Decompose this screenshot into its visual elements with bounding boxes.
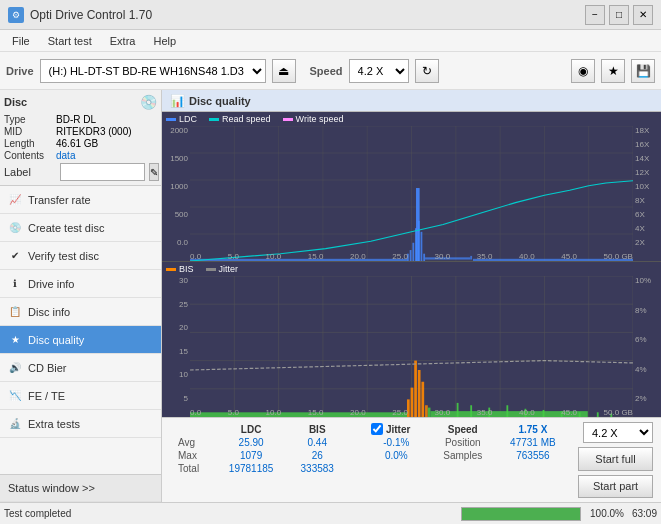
nav-fe-te[interactable]: 📉 FE / TE: [0, 382, 161, 410]
jitter-checkbox-label[interactable]: Jitter: [371, 423, 422, 435]
x-label-35: 35.0: [477, 252, 493, 261]
save-button[interactable]: 💾: [631, 59, 655, 83]
y-label-4x: 4X: [633, 224, 661, 233]
y-label-500: 500: [162, 210, 190, 219]
x-label-5: 5.0: [228, 252, 239, 261]
jitter-label: Jitter: [386, 424, 410, 435]
jitter-checkbox[interactable]: [371, 423, 383, 435]
max-label: Max: [170, 449, 215, 462]
nav-verify-test-disc[interactable]: ✔ Verify test disc: [0, 242, 161, 270]
position-label: Position: [430, 436, 496, 449]
chart-header: 📊 Disc quality: [162, 90, 661, 112]
nav-create-test-disc[interactable]: 💿 Create test disc: [0, 214, 161, 242]
total-bis: 333583: [288, 462, 347, 475]
y-label-12x: 12X: [633, 168, 661, 177]
charts-container: LDC Read speed Write speed: [162, 112, 661, 417]
y-label-20: 20: [162, 323, 190, 332]
eject-button[interactable]: ⏏: [272, 59, 296, 83]
disc-info-icon: 📋: [8, 305, 22, 319]
refresh-button[interactable]: ↻: [415, 59, 439, 83]
menu-file[interactable]: File: [4, 33, 38, 49]
speed-select-stats[interactable]: 4.2 X: [583, 422, 653, 443]
nav-transfer-rate-label: Transfer rate: [28, 194, 91, 206]
y-label-8pct: 8%: [633, 306, 661, 315]
toolbar: Drive (H:) HL-DT-ST BD-RE WH16NS48 1.D3 …: [0, 52, 661, 90]
sidebar: Disc 💿 Type BD-R DL MID RITEKDR3 (000) L…: [0, 90, 162, 502]
menu-help[interactable]: Help: [145, 33, 184, 49]
y-label-2000: 2000: [162, 126, 190, 135]
close-button[interactable]: ✕: [633, 5, 653, 25]
y-label-10x: 10X: [633, 182, 661, 191]
drive-select[interactable]: (H:) HL-DT-ST BD-RE WH16NS48 1.D3: [40, 59, 266, 83]
max-ldc: 1079: [215, 449, 288, 462]
y-label-4pct: 4%: [633, 365, 661, 374]
progress-bar: [462, 508, 580, 520]
total-row: Total 19781185 333583: [170, 462, 570, 475]
upper-legend: LDC Read speed Write speed: [166, 114, 343, 124]
type-key: Type: [4, 114, 56, 125]
status-window-button[interactable]: Status window >>: [0, 474, 161, 502]
y-label-2x: 2X: [633, 238, 661, 247]
max-jitter: 0.0%: [363, 449, 430, 462]
avg-ldc: 25.90: [215, 436, 288, 449]
y-label-15: 15: [162, 347, 190, 356]
menu-extra[interactable]: Extra: [102, 33, 144, 49]
x-label-45: 45.0: [561, 252, 577, 261]
cd-bier-icon: 🔊: [8, 361, 22, 375]
stats-table: LDC BIS Jitter Speed 1.75 X: [170, 422, 570, 498]
y-label-25: 25: [162, 300, 190, 309]
x-label-30: 30.0: [435, 252, 451, 261]
y-label-30: 30: [162, 276, 190, 285]
label-input[interactable]: [60, 163, 145, 181]
upper-y-axis-left: 2000 1500 1000 500 0.0: [162, 126, 190, 247]
lower-x-axis: 0.0 5.0 10.0 15.0 20.0 25.0 30.0 35.0 40…: [190, 408, 633, 417]
toolbar-btn1[interactable]: ◉: [571, 59, 595, 83]
menubar: File Start test Extra Help: [0, 30, 661, 52]
maximize-button[interactable]: □: [609, 5, 629, 25]
y-label-10: 10: [162, 370, 190, 379]
menu-start-test[interactable]: Start test: [40, 33, 100, 49]
samples-value: 763556: [496, 449, 570, 462]
main-layout: Disc 💿 Type BD-R DL MID RITEKDR3 (000) L…: [0, 90, 661, 502]
total-ldc: 19781185: [215, 462, 288, 475]
speed-value-header: 1.75 X: [496, 422, 570, 436]
max-bis: 26: [288, 449, 347, 462]
contents-key: Contents: [4, 150, 56, 161]
nav-extra-tests[interactable]: 🔬 Extra tests: [0, 410, 161, 438]
length-value: 46.61 GB: [56, 138, 98, 149]
y-label-6pct: 6%: [633, 335, 661, 344]
start-part-button[interactable]: Start part: [578, 475, 653, 498]
nav-cd-bier[interactable]: 🔊 CD Bier: [0, 354, 161, 382]
lower-chart-svg: [190, 276, 633, 417]
samples-label: Samples: [430, 449, 496, 462]
toolbar-btn2[interactable]: ★: [601, 59, 625, 83]
y-label-1500: 1500: [162, 154, 190, 163]
speed-select[interactable]: 4.2 X: [349, 59, 409, 83]
create-test-disc-icon: 💿: [8, 221, 22, 235]
action-panel: 4.2 X Start full Start part: [578, 422, 653, 498]
disc-icon: 💿: [140, 94, 157, 110]
avg-row: Avg 25.90 0.44 -0.1% Position 47731 MB: [170, 436, 570, 449]
titlebar: ⚙ Opti Drive Control 1.70 − □ ✕: [0, 0, 661, 30]
max-row: Max 1079 26 0.0% Samples 763556: [170, 449, 570, 462]
disc-section-label: Disc: [4, 96, 27, 108]
label-edit-button[interactable]: ✎: [149, 163, 159, 181]
app-title: Opti Drive Control 1.70: [30, 8, 152, 22]
legend-read-speed: Read speed: [222, 114, 271, 124]
nav-drive-info[interactable]: ℹ Drive info: [0, 270, 161, 298]
avg-jitter: -0.1%: [363, 436, 430, 449]
nav-disc-info[interactable]: 📋 Disc info: [0, 298, 161, 326]
mid-key: MID: [4, 126, 56, 137]
position-value: 47731 MB: [496, 436, 570, 449]
nav-disc-quality-label: Disc quality: [28, 334, 84, 346]
content-area: 📊 Disc quality LDC Read speed: [162, 90, 661, 502]
total-label: Total: [170, 462, 215, 475]
start-full-button[interactable]: Start full: [578, 447, 653, 470]
speed-header: Speed: [430, 422, 496, 436]
legend-bis: BIS: [179, 264, 194, 274]
minimize-button[interactable]: −: [585, 5, 605, 25]
nav-disc-quality[interactable]: ★ Disc quality: [0, 326, 161, 354]
nav-transfer-rate[interactable]: 📈 Transfer rate: [0, 186, 161, 214]
lower-y-axis-left: 30 25 20 15 10 5: [162, 276, 190, 403]
legend-write-speed: Write speed: [296, 114, 344, 124]
